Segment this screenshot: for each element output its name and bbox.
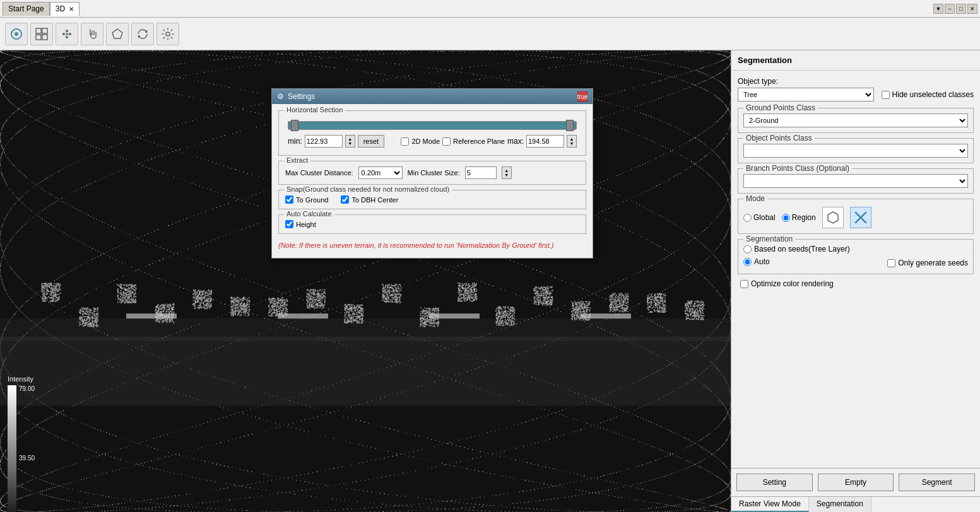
to-dbh-label: To DBH Center [351, 196, 398, 204]
slider-left-thumb[interactable] [291, 120, 298, 131]
hide-unselected-group: Hide unselected classes [882, 90, 974, 99]
points-tool-btn[interactable] [56, 23, 78, 45]
region-radio-label[interactable]: Region [782, 213, 816, 222]
win-close-btn[interactable]: ✕ [967, 4, 977, 14]
min-spin-btn[interactable]: ▲ ▼ [345, 135, 355, 148]
to-ground-label: To Ground [296, 196, 328, 204]
auto-radio-label[interactable]: Auto [743, 257, 770, 266]
tab-close-icon[interactable]: ✕ [69, 6, 74, 13]
svg-point-9 [66, 36, 68, 38]
settings-tool-btn[interactable] [156, 23, 179, 45]
to-ground-checkbox[interactable] [285, 195, 293, 204]
tab-start-page[interactable]: Start Page [3, 2, 50, 16]
auto-calculate-legend: Auto Calculate [284, 210, 334, 218]
only-seeds-label: Only generate seeds [898, 259, 968, 267]
height-checkbox[interactable] [285, 220, 293, 228]
win-dropdown-btn[interactable]: ▼ [933, 4, 943, 14]
to-dbh-checkbox[interactable] [341, 195, 349, 204]
min-cluster-spin[interactable]: ▲ ▼ [502, 166, 512, 179]
dialog-title-bar[interactable]: ⚙ Settings true [272, 89, 593, 104]
svg-rect-5 [42, 35, 47, 40]
max-cluster-select[interactable]: 0.20m [358, 166, 403, 179]
note-text: (Note: If there is uneven terrain, it is… [278, 239, 586, 252]
empty-button[interactable]: Empty [818, 474, 894, 491]
to-ground-group: To Ground [285, 195, 328, 204]
2d-mode-checkbox[interactable] [401, 137, 409, 146]
intensity-title: Intensity [8, 375, 35, 383]
global-radio-label[interactable]: Global [743, 213, 776, 222]
polygon-tool-btn[interactable] [106, 23, 129, 45]
intensity-max: 79.00 [19, 385, 35, 392]
object-type-select[interactable]: Tree [738, 88, 874, 102]
auto-radio[interactable] [743, 258, 752, 266]
svg-marker-11 [112, 29, 122, 38]
ground-points-legend: Ground Points Class [743, 103, 818, 112]
object-points-select[interactable] [743, 144, 968, 158]
reset-button[interactable]: reset [358, 135, 384, 148]
intensity-ticks: 79.00 39.50 0.00 [16, 385, 35, 512]
win-maximize-btn[interactable]: □ [956, 4, 966, 14]
settings-dialog: ⚙ Settings true Horizontal Section [271, 88, 593, 259]
3d-viewport[interactable]: Intensity 79.00 39.50 0.00 ⚙ Settings tr… [0, 50, 731, 512]
seeds-radio-label[interactable]: Based on seeds(Tree Layer) [743, 245, 968, 253]
seg-auto-row: Auto Only generate seeds [743, 257, 968, 269]
setting-button[interactable]: Setting [736, 474, 813, 491]
slider-track[interactable] [288, 121, 577, 130]
global-radio[interactable] [743, 214, 752, 222]
optimize-color-label: Optimize color rendering [751, 279, 834, 288]
max-label: max: [507, 137, 524, 146]
win-minimize-btn[interactable]: − [945, 4, 955, 14]
ref-plane-checkbox-group: Reference Plane [442, 137, 505, 146]
refresh-tool-btn[interactable] [131, 23, 154, 45]
main-layout: Intensity 79.00 39.50 0.00 ⚙ Settings tr… [0, 50, 980, 512]
svg-point-6 [62, 33, 65, 35]
svg-point-10 [66, 33, 68, 35]
min-value-input[interactable] [305, 135, 343, 148]
only-seeds-group: Only generate seeds [887, 259, 968, 267]
segment-button[interactable]: Segment [899, 474, 975, 491]
2d-mode-label: 2D Mode [411, 137, 440, 145]
segmentation-legend: Segmentation [743, 235, 795, 243]
branch-points-legend: Branch Points Class (Optional) [743, 164, 852, 173]
panel-body: Object type: Tree Hide unselected classe… [731, 71, 980, 468]
svg-rect-4 [36, 35, 41, 40]
optimize-color-checkbox[interactable] [740, 280, 748, 288]
hand-tool-btn[interactable] [81, 23, 103, 45]
horizontal-section-group: Horizontal Section min: ▲ [278, 110, 586, 156]
extract-row: Max Cluster Distance: 0.20m Min Cluster … [285, 166, 579, 179]
svg-point-7 [66, 30, 68, 32]
slider-controls: min: ▲ ▼ reset [288, 135, 577, 148]
ref-plane-checkbox[interactable] [442, 137, 451, 146]
extract-group: Extract Max Cluster Distance: 0.20m Min … [278, 161, 586, 185]
seg-row-seeds: Based on seeds(Tree Layer) [743, 245, 968, 253]
slider-min-group: min: ▲ ▼ reset [288, 135, 384, 148]
cross-shape-btn[interactable] [850, 207, 871, 228]
circle-tool-btn[interactable] [5, 23, 28, 45]
tab-3d[interactable]: 3D ✕ [50, 2, 80, 16]
seeds-radio[interactable] [743, 245, 752, 253]
object-points-legend: Object Points Class [743, 134, 815, 143]
max-cluster-label: Max Cluster Distance: [285, 169, 353, 177]
horizontal-section-legend: Horizontal Section [284, 106, 345, 113]
window-controls: ▼ − □ ✕ [933, 4, 977, 14]
max-value-input[interactable] [526, 135, 564, 148]
bottom-button-bar: Setting Empty Segment [731, 468, 980, 496]
ground-points-select[interactable]: 2-Ground [743, 113, 968, 127]
auto-calc-row: Height [285, 220, 579, 228]
snap-row: To Ground To DBH Center [285, 195, 579, 204]
grid-tool-btn[interactable] [30, 23, 53, 45]
right-panel: Segmentation Object type: Tree Hide unse… [731, 50, 980, 512]
max-spin-btn[interactable]: ▲ ▼ [567, 135, 577, 148]
raster-view-tab[interactable]: Raster View Mode [731, 497, 809, 512]
slider-right-thumb[interactable] [566, 120, 574, 131]
min-cluster-input[interactable] [465, 166, 497, 179]
segmentation-tab[interactable]: Segmentation [809, 497, 871, 512]
hide-unselected-checkbox[interactable] [882, 91, 890, 99]
dialog-close-btn[interactable]: true [577, 91, 587, 102]
slider-container: min: ▲ ▼ reset [285, 116, 579, 150]
settings-icon: ⚙ [277, 92, 284, 101]
branch-points-select[interactable] [743, 174, 968, 188]
hexagon-shape-btn[interactable] [822, 207, 844, 228]
region-radio[interactable] [782, 214, 790, 222]
only-seeds-checkbox[interactable] [887, 259, 895, 267]
